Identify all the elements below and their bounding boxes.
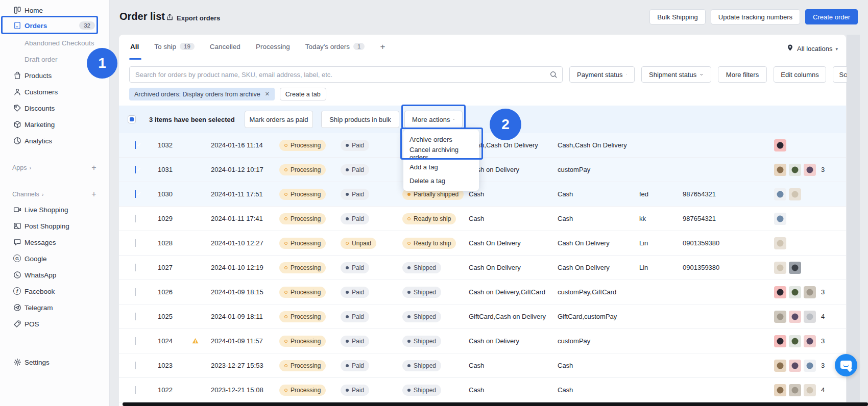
product-thumbnail [774,164,786,176]
row-checkbox[interactable] [135,313,136,320]
sidebar-item-draft-order[interactable]: Draft order [0,52,109,67]
table-row-order-1030[interactable]: 10302024-01-11 17:51ProcessingPaidPartia… [119,182,846,207]
sidebar-section-channels[interactable]: Channels› [12,189,44,199]
sidebar-section-apps[interactable]: Apps› [12,163,31,173]
payment-channel: Cash [556,190,638,198]
row-checkbox[interactable] [135,264,136,271]
tab-to-ship[interactable]: To ship19 [154,43,195,52]
sidebar-item-products[interactable]: Products [0,68,109,83]
sidebar-item-post-shopping[interactable]: Post Shopping [0,218,109,234]
product-thumbnail [789,384,801,396]
product-thumbnails [773,237,819,249]
order-date: 2024-01-09 18:15 [209,288,278,296]
menu-item-cancel-archiving-orders[interactable]: Cancel archiving orders [403,146,479,160]
add-tab-button[interactable]: + [380,42,385,52]
facebook-icon: f [13,287,21,295]
create-tab-button[interactable]: Create a tab [280,88,326,100]
sidebar-item-live-shopping[interactable]: Live Shopping [0,202,109,217]
table-row-order-1027[interactable]: 10272024-01-10 12:19ProcessingPaidShippe… [119,256,846,280]
status-dot-icon [284,389,287,392]
search-input[interactable] [129,66,563,83]
google-icon: G [13,255,21,263]
sidebar-item-orders[interactable]: Orders32 [0,18,109,33]
table-row-order-1032[interactable]: 10322024-01-16 11:14ProcessingPaidCash,C… [119,133,846,158]
sidebar-item-pos[interactable]: POS [0,316,109,332]
sidebar-item-label: Facebook [25,288,55,295]
locations-selector[interactable]: All locations ▾ [786,44,838,54]
product-thumbnail [789,188,801,200]
tab-cancelled[interactable]: Cancelled [210,43,240,52]
more-filters-button[interactable]: More filters [718,66,767,83]
status-dot-icon [346,364,349,367]
select-all-checkbox[interactable] [128,115,136,123]
live-chat-button[interactable] [835,354,857,376]
sidebar-section-channels-add-button[interactable]: + [90,189,98,199]
sidebar-section-apps-add-button[interactable]: + [90,163,98,173]
marketing-icon [13,120,21,129]
sidebar-item-marketing[interactable]: Marketing [0,117,109,132]
row-checkbox[interactable] [135,190,136,198]
sidebar-item-whatsapp[interactable]: WhatsApp [0,267,109,283]
sidebar-item-discounts[interactable]: Discounts [0,100,109,116]
horizontal-scrollbar[interactable] [123,402,868,406]
tab-processing[interactable]: Processing [256,43,290,52]
sidebar-item-telegram[interactable]: Telegram [0,300,109,315]
table-row-order-1031[interactable]: 10312024-01-12 10:17ProcessingPaidCash o… [119,158,846,182]
row-checkbox[interactable] [135,141,136,149]
mark-orders-paid-button[interactable]: Mark orders as paid [245,111,313,128]
table-row-order-1026[interactable]: 10262024-01-09 18:15ProcessingPaidShippe… [119,280,846,304]
archived-orders-filter-chip[interactable]: Archived orders: Display orders from arc… [129,88,275,100]
remove-filter-icon[interactable]: ✕ [265,91,270,97]
tab-all[interactable]: All [130,43,139,52]
status-dot-icon [346,389,349,392]
product-thumbnails [773,360,819,372]
ship-products-bulk-button[interactable]: Ship products in bulk [321,111,399,128]
row-checkbox[interactable] [135,215,136,222]
sidebar-item-abandoned-checkouts[interactable]: Abandoned Checkouts [0,35,109,50]
menu-item-delete-a-tag[interactable]: Delete a tag [403,174,479,188]
tab-today-s-orders[interactable]: Today's orders1 [305,43,365,52]
more-actions-button[interactable]: More actions [404,111,463,128]
table-row-order-1024[interactable]: 10242024-01-09 11:57ProcessingPaidShippe… [119,329,846,353]
more-actions-label: More actions [412,116,450,123]
analytics-icon [13,137,21,145]
product-thumbnail [804,311,816,323]
tab-count-badge: 1 [353,43,365,50]
bulk-shipping-button[interactable]: Bulk Shipping [649,9,706,24]
edit-columns-button[interactable]: Edit columns [774,66,826,83]
row-checkbox[interactable] [135,166,136,173]
sidebar-item-analytics[interactable]: Analytics [0,133,109,148]
sidebar-item-settings[interactable]: Settings [0,354,109,370]
section-label: Channels [12,191,39,198]
update-tracking-numbers-button[interactable]: Update tracking numbers [711,9,800,24]
create-order-button[interactable]: Create order [805,9,858,24]
sidebar-item-customers[interactable]: Customers [0,84,109,99]
table-row-order-1022[interactable]: 10222023-12-21 15:08ProcessingPaidShippe… [119,378,846,402]
product-thumbnail [774,139,786,151]
menu-item-archive-orders[interactable]: Archive orders [403,133,479,146]
product-thumbnail [789,335,801,347]
order-status-badge: Processing [279,140,326,151]
payment-status-badge: Paid [341,360,369,371]
row-checkbox[interactable] [135,337,136,345]
export-orders-button[interactable]: Export orders [166,13,220,23]
sidebar-item-home[interactable]: Home [0,3,109,18]
row-checkbox[interactable] [135,239,136,247]
row-checkbox[interactable] [135,362,136,369]
order-date: 2024-01-11 17:51 [209,190,278,198]
table-row-order-1029[interactable]: 10292024-01-11 17:41ProcessingPaidReady … [119,207,846,231]
sidebar-item-messages[interactable]: Messages [0,235,109,250]
row-checkbox[interactable] [135,288,136,296]
order-tabs: AllTo ship19CancelledProcessingToday's o… [130,42,385,52]
shipment-status-button[interactable]: Shipment status [641,66,711,83]
sidebar-item-facebook[interactable]: fFacebook [0,284,109,299]
export-orders-label: Export orders [177,14,220,22]
vertical-scrollbar[interactable] [847,35,860,406]
sidebar-item-google[interactable]: GGoogle [0,251,109,266]
table-row-order-1028[interactable]: 10282024-01-10 12:27ProcessingUnpaidRead… [119,231,846,256]
row-checkbox[interactable] [135,386,136,394]
table-row-order-1023[interactable]: 10232023-12-27 15:53ProcessingPaidShippe… [119,353,846,378]
table-row-order-1025[interactable]: 10252024-01-09 18:11ProcessingPaidShippe… [119,304,846,329]
payment-status-button[interactable]: Payment status [569,66,635,83]
menu-item-add-a-tag[interactable]: Add a tag [403,160,479,174]
